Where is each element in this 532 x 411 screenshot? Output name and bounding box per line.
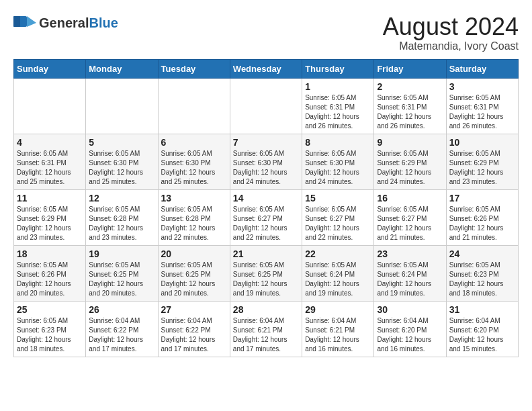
weekday-header-monday: Monday	[86, 59, 158, 78]
day-info: Sunrise: 6:05 AMSunset: 6:26 PMDaylight:…	[17, 261, 83, 298]
calendar-cell: 9Sunrise: 6:05 AMSunset: 6:29 PMDaylight…	[374, 134, 446, 189]
calendar-title: August 2024	[383, 13, 519, 40]
calendar-week-2: 4Sunrise: 6:05 AMSunset: 6:31 PMDaylight…	[14, 134, 519, 189]
day-info: Sunrise: 6:05 AMSunset: 6:24 PMDaylight:…	[305, 261, 371, 298]
day-info: Sunrise: 6:05 AMSunset: 6:27 PMDaylight:…	[377, 205, 443, 242]
calendar-cell: 16Sunrise: 6:05 AMSunset: 6:27 PMDayligh…	[374, 189, 446, 245]
day-info: Sunrise: 6:05 AMSunset: 6:23 PMDaylight:…	[17, 316, 83, 354]
logo-icon	[13, 13, 36, 32]
day-info: Sunrise: 6:05 AMSunset: 6:31 PMDaylight:…	[377, 93, 443, 131]
day-info: Sunrise: 6:05 AMSunset: 6:30 PMDaylight:…	[305, 149, 371, 187]
weekday-header-saturday: Saturday	[446, 59, 518, 78]
logo-general: General	[39, 15, 89, 30]
day-number: 27	[161, 304, 227, 315]
day-number: 20	[161, 248, 227, 259]
day-info: Sunrise: 6:05 AMSunset: 6:23 PMDaylight:…	[449, 261, 515, 298]
day-number: 22	[305, 248, 371, 259]
calendar-cell: 14Sunrise: 6:05 AMSunset: 6:27 PMDayligh…	[230, 189, 302, 245]
day-info: Sunrise: 6:04 AMSunset: 6:21 PMDaylight:…	[305, 316, 371, 354]
calendar-cell: 13Sunrise: 6:05 AMSunset: 6:28 PMDayligh…	[158, 189, 230, 245]
day-number: 30	[377, 304, 443, 315]
day-number: 10	[449, 137, 515, 148]
day-info: Sunrise: 6:05 AMSunset: 6:27 PMDaylight:…	[233, 205, 299, 242]
day-number: 13	[161, 193, 227, 203]
day-number: 24	[449, 248, 515, 259]
day-number: 17	[449, 193, 515, 203]
day-info: Sunrise: 6:04 AMSunset: 6:21 PMDaylight:…	[233, 316, 299, 354]
day-info: Sunrise: 6:04 AMSunset: 6:20 PMDaylight:…	[449, 316, 515, 354]
day-info: Sunrise: 6:05 AMSunset: 6:25 PMDaylight:…	[161, 261, 227, 298]
calendar-week-1: 1Sunrise: 6:05 AMSunset: 6:31 PMDaylight…	[14, 78, 519, 134]
weekday-row: SundayMondayTuesdayWednesdayThursdayFrid…	[14, 59, 519, 78]
day-info: Sunrise: 6:05 AMSunset: 6:30 PMDaylight:…	[161, 149, 227, 187]
calendar-cell: 19Sunrise: 6:05 AMSunset: 6:25 PMDayligh…	[86, 245, 158, 301]
day-number: 1	[305, 81, 371, 92]
page-header: GeneralBlue August 2024 Matemandia, Ivor…	[13, 13, 519, 52]
calendar-cell: 28Sunrise: 6:04 AMSunset: 6:21 PMDayligh…	[230, 301, 302, 357]
weekday-header-tuesday: Tuesday	[158, 59, 230, 78]
day-number: 29	[305, 304, 371, 315]
day-number: 9	[377, 137, 443, 148]
calendar-cell: 30Sunrise: 6:04 AMSunset: 6:20 PMDayligh…	[374, 301, 446, 357]
calendar-cell: 12Sunrise: 6:05 AMSunset: 6:28 PMDayligh…	[86, 189, 158, 245]
calendar-cell: 23Sunrise: 6:05 AMSunset: 6:24 PMDayligh…	[374, 245, 446, 301]
day-number: 16	[377, 193, 443, 203]
day-info: Sunrise: 6:04 AMSunset: 6:20 PMDaylight:…	[377, 316, 443, 354]
calendar-week-5: 25Sunrise: 6:05 AMSunset: 6:23 PMDayligh…	[14, 301, 519, 357]
day-number: 7	[233, 137, 299, 148]
calendar-cell: 10Sunrise: 6:05 AMSunset: 6:29 PMDayligh…	[446, 134, 518, 189]
day-number: 25	[17, 304, 83, 315]
day-number: 18	[17, 248, 83, 259]
day-info: Sunrise: 6:05 AMSunset: 6:31 PMDaylight:…	[17, 149, 83, 187]
weekday-header-thursday: Thursday	[302, 59, 374, 78]
calendar-header: SundayMondayTuesdayWednesdayThursdayFrid…	[14, 59, 519, 78]
day-number: 14	[233, 193, 299, 203]
day-number: 31	[449, 304, 515, 315]
day-info: Sunrise: 6:05 AMSunset: 6:30 PMDaylight:…	[233, 149, 299, 187]
calendar-subtitle: Matemandia, Ivory Coast	[383, 40, 519, 52]
calendar-cell	[86, 78, 158, 134]
calendar-cell: 24Sunrise: 6:05 AMSunset: 6:23 PMDayligh…	[446, 245, 518, 301]
calendar-cell: 25Sunrise: 6:05 AMSunset: 6:23 PMDayligh…	[14, 301, 86, 357]
day-info: Sunrise: 6:05 AMSunset: 6:25 PMDaylight:…	[89, 261, 154, 298]
weekday-header-sunday: Sunday	[14, 59, 86, 78]
calendar-cell: 18Sunrise: 6:05 AMSunset: 6:26 PMDayligh…	[14, 245, 86, 301]
day-info: Sunrise: 6:05 AMSunset: 6:29 PMDaylight:…	[377, 149, 443, 187]
day-number: 3	[449, 81, 515, 92]
logo-blue: Blue	[89, 15, 118, 30]
day-number: 21	[233, 248, 299, 259]
day-number: 2	[377, 81, 443, 92]
day-number: 11	[17, 193, 83, 203]
calendar-cell: 8Sunrise: 6:05 AMSunset: 6:30 PMDaylight…	[302, 134, 374, 189]
day-number: 12	[89, 193, 154, 203]
calendar-cell	[230, 78, 302, 134]
day-number: 23	[377, 248, 443, 259]
calendar-cell: 21Sunrise: 6:05 AMSunset: 6:25 PMDayligh…	[230, 245, 302, 301]
day-number: 15	[305, 193, 371, 203]
calendar-cell: 17Sunrise: 6:05 AMSunset: 6:26 PMDayligh…	[446, 189, 518, 245]
calendar-cell: 2Sunrise: 6:05 AMSunset: 6:31 PMDaylight…	[374, 78, 446, 134]
day-info: Sunrise: 6:05 AMSunset: 6:30 PMDaylight:…	[89, 149, 154, 187]
day-info: Sunrise: 6:04 AMSunset: 6:22 PMDaylight:…	[161, 316, 227, 354]
calendar-body: 1Sunrise: 6:05 AMSunset: 6:31 PMDaylight…	[14, 78, 519, 357]
calendar-cell: 26Sunrise: 6:04 AMSunset: 6:22 PMDayligh…	[86, 301, 158, 357]
day-number: 6	[161, 137, 227, 148]
svg-marker-1	[27, 16, 36, 27]
calendar-cell: 29Sunrise: 6:04 AMSunset: 6:21 PMDayligh…	[302, 301, 374, 357]
day-info: Sunrise: 6:05 AMSunset: 6:31 PMDaylight:…	[449, 93, 515, 131]
day-number: 4	[17, 137, 83, 148]
calendar-week-3: 11Sunrise: 6:05 AMSunset: 6:29 PMDayligh…	[14, 189, 519, 245]
day-info: Sunrise: 6:05 AMSunset: 6:25 PMDaylight:…	[233, 261, 299, 298]
calendar-cell: 22Sunrise: 6:05 AMSunset: 6:24 PMDayligh…	[302, 245, 374, 301]
day-number: 19	[89, 248, 154, 259]
day-info: Sunrise: 6:04 AMSunset: 6:22 PMDaylight:…	[89, 316, 154, 354]
calendar-cell: 7Sunrise: 6:05 AMSunset: 6:30 PMDaylight…	[230, 134, 302, 189]
day-info: Sunrise: 6:05 AMSunset: 6:28 PMDaylight:…	[89, 205, 154, 242]
calendar-cell: 20Sunrise: 6:05 AMSunset: 6:25 PMDayligh…	[158, 245, 230, 301]
calendar-cell: 5Sunrise: 6:05 AMSunset: 6:30 PMDaylight…	[86, 134, 158, 189]
calendar-week-4: 18Sunrise: 6:05 AMSunset: 6:26 PMDayligh…	[14, 245, 519, 301]
weekday-header-wednesday: Wednesday	[230, 59, 302, 78]
calendar-cell	[14, 78, 86, 134]
calendar-cell: 27Sunrise: 6:04 AMSunset: 6:22 PMDayligh…	[158, 301, 230, 357]
day-number: 5	[89, 137, 154, 148]
